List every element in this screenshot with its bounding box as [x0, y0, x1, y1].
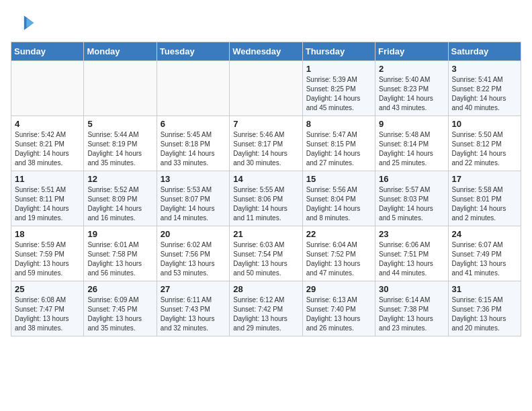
calendar-cell: 24Sunrise: 6:07 AM Sunset: 7:49 PM Dayli… — [448, 226, 521, 281]
calendar-cell — [11, 61, 84, 116]
calendar-cell: 31Sunrise: 6:15 AM Sunset: 7:36 PM Dayli… — [448, 281, 521, 336]
weekday-header-tuesday: Tuesday — [157, 42, 229, 61]
day-number: 31 — [452, 284, 517, 294]
logo-icon — [11, 11, 35, 35]
day-info: Sunrise: 6:15 AM Sunset: 7:36 PM Dayligh… — [452, 295, 517, 333]
day-number: 21 — [233, 229, 298, 239]
weekday-header-friday: Friday — [375, 42, 448, 61]
weekday-header-monday: Monday — [84, 42, 157, 61]
calendar-cell: 13Sunrise: 5:53 AM Sunset: 8:07 PM Dayli… — [157, 171, 229, 226]
day-info: Sunrise: 5:48 AM Sunset: 8:14 PM Dayligh… — [379, 130, 444, 168]
day-info: Sunrise: 5:58 AM Sunset: 8:01 PM Dayligh… — [452, 185, 517, 223]
weekday-header-wednesday: Wednesday — [230, 42, 302, 61]
calendar-week-5: 25Sunrise: 6:08 AM Sunset: 7:47 PM Dayli… — [11, 281, 521, 336]
calendar-cell: 4Sunrise: 5:42 AM Sunset: 8:21 PM Daylig… — [11, 116, 84, 171]
calendar-cell: 22Sunrise: 6:04 AM Sunset: 7:52 PM Dayli… — [302, 226, 375, 281]
day-info: Sunrise: 5:51 AM Sunset: 8:11 PM Dayligh… — [15, 185, 80, 223]
calendar-cell: 27Sunrise: 6:11 AM Sunset: 7:43 PM Dayli… — [157, 281, 229, 336]
day-info: Sunrise: 5:55 AM Sunset: 8:06 PM Dayligh… — [233, 185, 298, 223]
day-number: 15 — [306, 174, 371, 184]
calendar-cell: 8Sunrise: 5:47 AM Sunset: 8:15 PM Daylig… — [302, 116, 375, 171]
day-number: 22 — [306, 229, 371, 239]
day-info: Sunrise: 6:01 AM Sunset: 7:58 PM Dayligh… — [87, 240, 152, 278]
day-number: 9 — [379, 119, 444, 129]
calendar-cell: 16Sunrise: 5:57 AM Sunset: 8:03 PM Dayli… — [375, 171, 448, 226]
day-number: 17 — [452, 174, 517, 184]
day-number: 26 — [87, 284, 152, 294]
calendar-table: SundayMondayTuesdayWednesdayThursdayFrid… — [11, 42, 521, 336]
calendar-cell: 17Sunrise: 5:58 AM Sunset: 8:01 PM Dayli… — [448, 171, 521, 226]
day-number: 27 — [161, 284, 226, 294]
day-number: 2 — [379, 64, 444, 74]
day-info: Sunrise: 5:57 AM Sunset: 8:03 PM Dayligh… — [379, 185, 444, 223]
day-number: 20 — [161, 229, 226, 239]
day-number: 5 — [87, 119, 152, 129]
day-info: Sunrise: 5:39 AM Sunset: 8:25 PM Dayligh… — [306, 75, 371, 113]
calendar-cell: 28Sunrise: 6:12 AM Sunset: 7:42 PM Dayli… — [230, 281, 302, 336]
day-info: Sunrise: 5:53 AM Sunset: 8:07 PM Dayligh… — [161, 185, 226, 223]
calendar-cell: 20Sunrise: 6:02 AM Sunset: 7:56 PM Dayli… — [157, 226, 229, 281]
weekday-header-saturday: Saturday — [448, 42, 521, 61]
day-number: 13 — [161, 174, 226, 184]
day-number: 1 — [306, 64, 371, 74]
calendar-week-1: 1Sunrise: 5:39 AM Sunset: 8:25 PM Daylig… — [11, 61, 521, 116]
day-info: Sunrise: 5:47 AM Sunset: 8:15 PM Dayligh… — [306, 130, 371, 168]
day-number: 24 — [452, 229, 517, 239]
calendar-cell: 29Sunrise: 6:13 AM Sunset: 7:40 PM Dayli… — [302, 281, 375, 336]
calendar-cell — [230, 61, 302, 116]
calendar-header-row: SundayMondayTuesdayWednesdayThursdayFrid… — [11, 42, 521, 61]
calendar-cell: 15Sunrise: 5:56 AM Sunset: 8:04 PM Dayli… — [302, 171, 375, 226]
calendar-body: 1Sunrise: 5:39 AM Sunset: 8:25 PM Daylig… — [11, 61, 521, 336]
day-number: 16 — [379, 174, 444, 184]
day-info: Sunrise: 6:13 AM Sunset: 7:40 PM Dayligh… — [306, 295, 371, 333]
day-number: 8 — [306, 119, 371, 129]
day-number: 28 — [233, 284, 298, 294]
calendar-cell: 2Sunrise: 5:40 AM Sunset: 8:23 PM Daylig… — [375, 61, 448, 116]
day-number: 10 — [452, 119, 517, 129]
day-info: Sunrise: 5:44 AM Sunset: 8:19 PM Dayligh… — [87, 130, 152, 168]
day-number: 25 — [15, 284, 80, 294]
day-info: Sunrise: 6:14 AM Sunset: 7:38 PM Dayligh… — [379, 295, 444, 333]
day-number: 6 — [161, 119, 226, 129]
day-info: Sunrise: 6:12 AM Sunset: 7:42 PM Dayligh… — [233, 295, 298, 333]
calendar-cell: 25Sunrise: 6:08 AM Sunset: 7:47 PM Dayli… — [11, 281, 84, 336]
day-number: 12 — [87, 174, 152, 184]
day-number: 19 — [87, 229, 152, 239]
calendar-cell: 11Sunrise: 5:51 AM Sunset: 8:11 PM Dayli… — [11, 171, 84, 226]
day-number: 29 — [306, 284, 371, 294]
calendar-cell: 19Sunrise: 6:01 AM Sunset: 7:58 PM Dayli… — [84, 226, 157, 281]
day-info: Sunrise: 6:03 AM Sunset: 7:54 PM Dayligh… — [233, 240, 298, 278]
day-info: Sunrise: 5:46 AM Sunset: 8:17 PM Dayligh… — [233, 130, 298, 168]
calendar-cell: 5Sunrise: 5:44 AM Sunset: 8:19 PM Daylig… — [84, 116, 157, 171]
day-info: Sunrise: 6:09 AM Sunset: 7:45 PM Dayligh… — [87, 295, 152, 333]
day-number: 7 — [233, 119, 298, 129]
day-info: Sunrise: 5:50 AM Sunset: 8:12 PM Dayligh… — [452, 130, 517, 168]
day-info: Sunrise: 6:08 AM Sunset: 7:47 PM Dayligh… — [15, 295, 80, 333]
day-number: 23 — [379, 229, 444, 239]
calendar-cell: 18Sunrise: 5:59 AM Sunset: 7:59 PM Dayli… — [11, 226, 84, 281]
day-info: Sunrise: 5:56 AM Sunset: 8:04 PM Dayligh… — [306, 185, 371, 223]
page-header — [11, 11, 521, 35]
day-info: Sunrise: 5:52 AM Sunset: 8:09 PM Dayligh… — [87, 185, 152, 223]
calendar-cell: 23Sunrise: 6:06 AM Sunset: 7:51 PM Dayli… — [375, 226, 448, 281]
calendar-week-2: 4Sunrise: 5:42 AM Sunset: 8:21 PM Daylig… — [11, 116, 521, 171]
calendar-cell: 10Sunrise: 5:50 AM Sunset: 8:12 PM Dayli… — [448, 116, 521, 171]
calendar-cell: 26Sunrise: 6:09 AM Sunset: 7:45 PM Dayli… — [84, 281, 157, 336]
day-info: Sunrise: 5:45 AM Sunset: 8:18 PM Dayligh… — [161, 130, 226, 168]
day-info: Sunrise: 6:06 AM Sunset: 7:51 PM Dayligh… — [379, 240, 444, 278]
calendar-cell — [157, 61, 229, 116]
day-info: Sunrise: 5:40 AM Sunset: 8:23 PM Dayligh… — [379, 75, 444, 113]
calendar-cell — [84, 61, 157, 116]
day-number: 3 — [452, 64, 517, 74]
svg-marker-1 — [26, 18, 34, 28]
weekday-header-thursday: Thursday — [302, 42, 375, 61]
day-number: 4 — [15, 119, 80, 129]
day-info: Sunrise: 6:07 AM Sunset: 7:49 PM Dayligh… — [452, 240, 517, 278]
calendar-cell: 14Sunrise: 5:55 AM Sunset: 8:06 PM Dayli… — [230, 171, 302, 226]
day-info: Sunrise: 6:04 AM Sunset: 7:52 PM Dayligh… — [306, 240, 371, 278]
calendar-cell: 3Sunrise: 5:41 AM Sunset: 8:22 PM Daylig… — [448, 61, 521, 116]
weekday-header-sunday: Sunday — [11, 42, 84, 61]
calendar-week-4: 18Sunrise: 5:59 AM Sunset: 7:59 PM Dayli… — [11, 226, 521, 281]
day-info: Sunrise: 5:42 AM Sunset: 8:21 PM Dayligh… — [15, 130, 80, 168]
day-number: 18 — [15, 229, 80, 239]
